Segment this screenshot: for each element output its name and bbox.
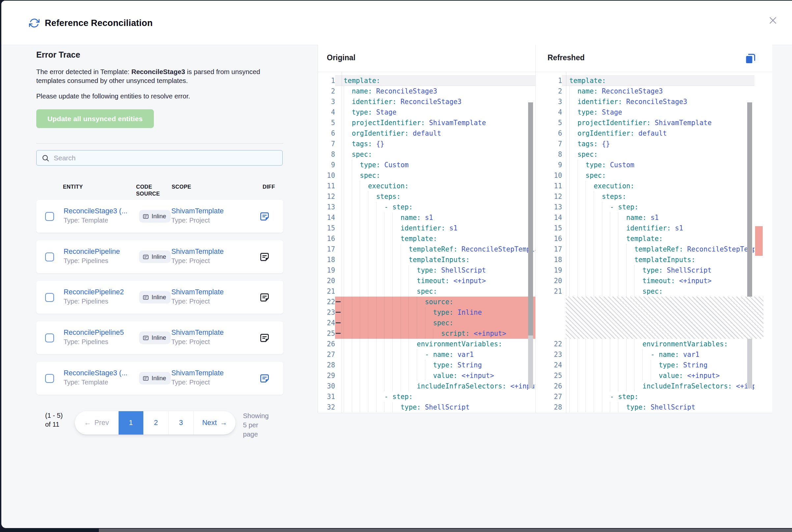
next-button[interactable]: Next→	[194, 411, 236, 435]
code-line: 29 value: <+input>	[318, 370, 535, 381]
inline-store-icon	[143, 213, 149, 220]
row-checkbox[interactable]	[45, 212, 54, 221]
scope-type: Type: Project	[171, 298, 251, 305]
code-line: 5 projectIdentifier: ShivamTemplate	[318, 117, 535, 128]
code-line: 19 type: ShellScript	[318, 265, 535, 276]
code-line: 13 - step:	[536, 202, 754, 212]
code-line: 14 name: s1	[536, 212, 754, 223]
code-source-label: Inline	[151, 294, 166, 301]
code-source-badge: Inline	[139, 210, 171, 223]
scope-type: Type: Project	[171, 216, 251, 224]
code-line: 24 spec:	[318, 318, 535, 328]
code-line: 16 template:	[536, 233, 754, 244]
code-line: 23 - name: var1	[536, 349, 754, 360]
search-input[interactable]	[53, 154, 282, 162]
scope-link[interactable]: ShivamTemplate	[171, 369, 251, 377]
code-source-label: Inline	[151, 375, 166, 382]
reference-reconciliation-dialog: Reference Reconciliation Error Trace The…	[1, 1, 792, 528]
scope-link[interactable]: ShivamTemplate	[171, 248, 251, 256]
code-line: 17 templateRef: ReconcileStepTemplate	[536, 244, 754, 254]
code-line: 27 - step:	[536, 392, 754, 402]
code-line: 10 spec:	[318, 170, 535, 181]
code-line: 19 type: ShellScript	[536, 265, 754, 276]
code-line: 28 type: String	[318, 360, 535, 370]
code-line: 15 identifier: s1	[318, 223, 535, 233]
code-line: 8 spec:	[318, 149, 535, 160]
scope-link[interactable]: ShivamTemplate	[171, 288, 251, 296]
code-line: 23 type: Inline	[318, 307, 535, 318]
code-source-badge: Inline	[139, 291, 171, 304]
scope-link[interactable]: ShivamTemplate	[171, 207, 251, 215]
copy-icon[interactable]	[744, 52, 757, 64]
code-line: 20 timeout: <+input>	[536, 276, 754, 286]
code-line: 28 type: ShellScript	[536, 402, 754, 413]
row-checkbox[interactable]	[45, 334, 54, 342]
refresh-icon	[29, 18, 39, 28]
error-trace-panel: Error Trace The error detected in Templa…	[36, 50, 283, 439]
pagination-pill: ←Prev 123 Next→	[75, 411, 236, 435]
dialog-title: Reference Reconciliation	[45, 18, 152, 28]
original-panel-title: Original	[327, 53, 355, 62]
diff-file-icon[interactable]	[259, 332, 270, 343]
close-icon[interactable]	[766, 14, 779, 27]
entity-link[interactable]: ReconcileStage3 (...	[63, 207, 137, 215]
table-row: ReconcileStage3 (...Type: TemplateInline…	[36, 362, 283, 395]
scope-type: Type: Project	[171, 379, 251, 386]
gutter-divider	[342, 72, 342, 413]
code-line: 16 template:	[318, 233, 535, 244]
column-diff: DIFF	[262, 183, 275, 190]
code-line: 5 projectIdentifier: ShivamTemplate	[536, 117, 754, 128]
error-trace-heading: Error Trace	[36, 50, 283, 60]
scope-type: Type: Project	[171, 338, 251, 346]
diff-file-icon[interactable]	[259, 211, 270, 222]
diff-file-icon[interactable]	[259, 373, 270, 383]
code-line: 30 includeInfraSelectors: <+input>	[318, 381, 535, 392]
code-line: 8 spec:	[536, 149, 754, 160]
code-line: 25 script: <+input>	[318, 328, 535, 339]
diff-file-icon[interactable]	[259, 251, 270, 262]
code-source-label: Inline	[151, 253, 166, 261]
refreshed-code-lines: 1template:2 name: ReconcileStage33 ident…	[536, 72, 754, 413]
code-line: 22 source:	[318, 297, 535, 307]
inline-store-icon	[143, 294, 149, 301]
inline-store-icon	[143, 254, 149, 260]
code-line: 13 - step:	[318, 202, 535, 212]
diff-ruler-removed-marker	[755, 226, 763, 256]
entity-link[interactable]: ReconcileStage3 (...	[63, 369, 137, 377]
original-code-panel: 1template:2 name: ReconcileStage33 ident…	[318, 72, 535, 413]
page-button-1[interactable]: 1	[118, 411, 144, 435]
row-checkbox[interactable]	[45, 252, 54, 261]
scope-link[interactable]: ShivamTemplate	[171, 328, 251, 337]
entity-link[interactable]: ReconcilePipeline	[63, 248, 137, 256]
code-line: 26 environmentVariables:	[318, 339, 535, 349]
code-line: 10 spec:	[536, 170, 754, 181]
refreshed-scrollbar-track	[747, 336, 752, 388]
entity-link[interactable]: ReconcilePipeline2	[63, 288, 137, 296]
row-checkbox[interactable]	[45, 374, 54, 383]
code-line: 27 - name: var1	[318, 349, 535, 360]
row-checkbox[interactable]	[45, 293, 54, 302]
arrow-right-icon: →	[220, 419, 227, 427]
code-source-badge: Inline	[139, 250, 171, 263]
page-horizontal-scrollbar[interactable]	[99, 529, 792, 532]
code-line: 12 steps:	[536, 191, 754, 202]
refreshed-code-panel: 1template:2 name: ReconcileStage33 ident…	[536, 72, 754, 413]
original-vertical-scrollbar[interactable]	[528, 102, 533, 336]
code-line: 11 execution:	[318, 181, 535, 191]
page-button-3[interactable]: 3	[169, 411, 194, 435]
column-scope: SCOPE	[172, 183, 191, 190]
inline-store-icon	[143, 335, 149, 341]
page-button-2[interactable]: 2	[144, 411, 169, 435]
diff-headers: Original Refreshed	[318, 45, 772, 72]
code-line: 20 timeout: <+input>	[318, 276, 535, 286]
table-row: ReconcilePipeline2Type: PipelinesInlineS…	[36, 281, 283, 314]
prev-button[interactable]: ←Prev	[75, 411, 118, 435]
code-line: 21 spec:	[318, 286, 535, 297]
code-line: 1template:	[536, 75, 754, 86]
update-all-unsynced-entities-button[interactable]: Update all unsynced entities	[36, 109, 154, 128]
code-line: 4 type: Stage	[318, 107, 535, 117]
code-line: 17 templateRef: ReconcileStepTemplate	[318, 244, 535, 254]
code-source-label: Inline	[151, 213, 166, 220]
diff-file-icon[interactable]	[259, 292, 270, 303]
entity-link[interactable]: ReconcilePipeline5	[63, 328, 137, 337]
